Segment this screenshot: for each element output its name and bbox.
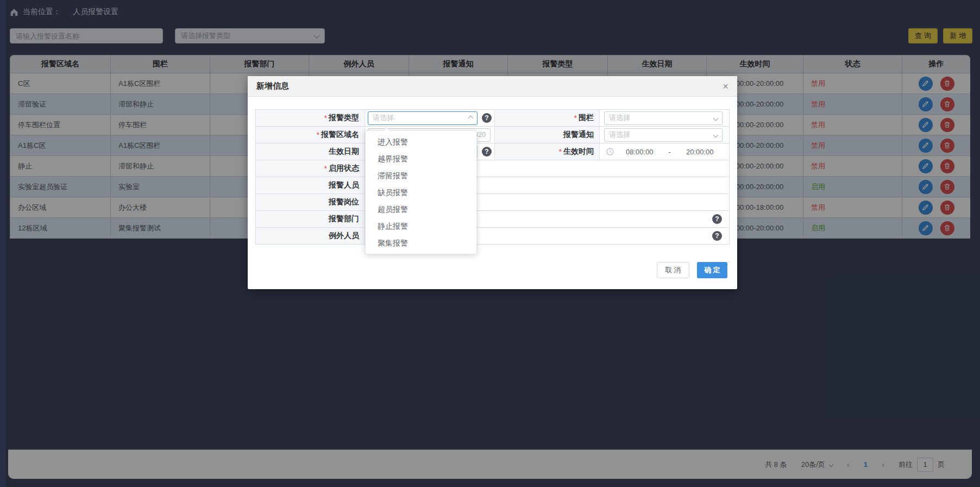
help-icon[interactable]: ? xyxy=(712,231,722,241)
clock-icon xyxy=(606,148,614,155)
time-range-field[interactable]: 08:00:00 - 20:00:00 xyxy=(600,148,729,156)
time-separator: - xyxy=(669,148,671,156)
select-placeholder: 请选择 xyxy=(609,130,630,140)
chevron-up-icon xyxy=(468,115,474,121)
add-info-modal: 新增信息 × * 报警类型 请选择 ? * 围栏 xyxy=(248,76,737,289)
dropdown-option[interactable]: 超员报警 xyxy=(366,201,476,218)
dropdown-option[interactable]: 越界报警 xyxy=(366,151,476,167)
label-alarm-person: 报警人员 xyxy=(256,177,365,193)
chevron-down-icon xyxy=(713,115,719,121)
alarm-type-dropdown: 进入报警 越界报警 滞留报警 缺员报警 超员报警 静止报警 聚集报警 xyxy=(365,130,477,254)
modal-form: * 报警类型 请选择 ? * 围栏 请选择 xyxy=(255,109,730,245)
time-start[interactable]: 08:00:00 xyxy=(626,148,654,156)
dropdown-option[interactable]: 静止报警 xyxy=(366,218,476,235)
fence-field-select[interactable]: 请选择 xyxy=(604,111,723,125)
label-effective-time: * 生效时间 xyxy=(494,143,600,160)
modal-title: 新增信息 xyxy=(256,81,289,91)
label-alarm-dept: 报警部门 xyxy=(256,211,365,227)
dropdown-option[interactable]: 滞留报警 xyxy=(366,167,476,184)
help-icon[interactable]: ? xyxy=(712,214,722,224)
notify-field-select[interactable]: 请选择 xyxy=(604,128,723,142)
close-icon[interactable]: × xyxy=(723,81,728,91)
label-effective-date: 生效日期 xyxy=(256,143,365,160)
modal-header: 新增信息 × xyxy=(248,76,737,97)
select-placeholder: 请选择 xyxy=(373,113,394,123)
chevron-down-icon xyxy=(713,132,719,138)
help-icon[interactable]: ? xyxy=(482,113,492,123)
select-placeholder: 请选择 xyxy=(609,113,630,123)
time-end[interactable]: 20:00:00 xyxy=(686,148,714,156)
personnel-alarm-settings-page: 当前位置： 人员报警设置 请选择报警类型 查询 新增 报警区域名 围栏 报警部门… xyxy=(0,0,980,487)
alarm-type-field-select[interactable]: 请选择 xyxy=(368,111,478,125)
label-alarm-post: 报警岗位 xyxy=(256,194,365,210)
label-alarm-type: * 报警类型 xyxy=(256,110,365,126)
label-enable-status: * 启用状态 xyxy=(256,160,365,177)
label-except-person: 例外人员 xyxy=(256,228,365,244)
label-fence: * 围栏 xyxy=(494,110,600,126)
dropdown-option[interactable]: 进入报警 xyxy=(366,134,476,151)
label-notify: 报警通知 xyxy=(494,127,600,143)
dropdown-option[interactable]: 缺员报警 xyxy=(366,184,476,201)
confirm-button[interactable]: 确定 xyxy=(697,262,727,278)
help-icon[interactable]: ? xyxy=(482,147,492,157)
label-area-name: * 报警区域名 xyxy=(256,127,365,143)
dropdown-option[interactable]: 聚集报警 xyxy=(366,235,476,252)
cancel-button[interactable]: 取消 xyxy=(657,262,689,278)
